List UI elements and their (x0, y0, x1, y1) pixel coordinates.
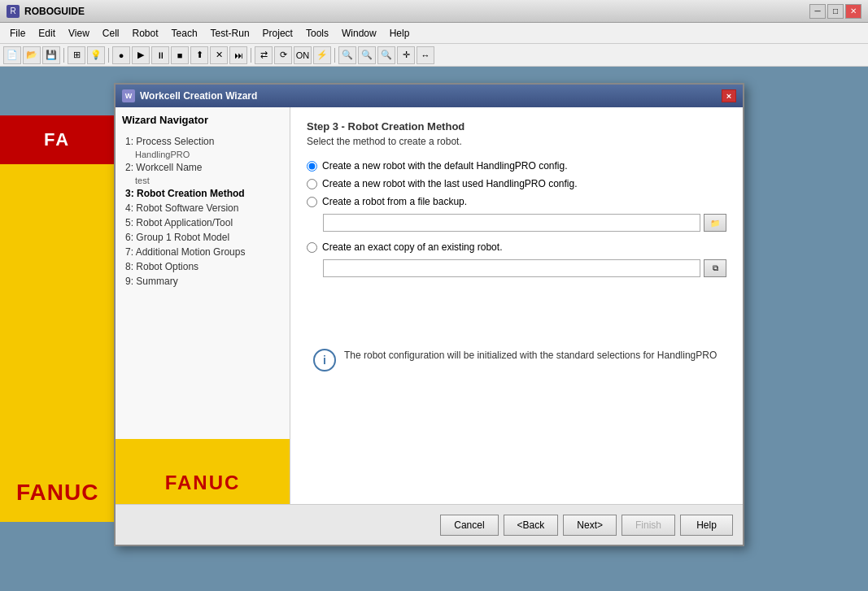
app-icon: R (7, 5, 20, 18)
wizard-nav-title: Wizard Navigator (122, 114, 283, 126)
dialog-body: Wizard Navigator 1: Process Selection Ha… (116, 107, 743, 504)
dialog-title-bar: W Workcell Creation Wizard × (116, 85, 743, 107)
radio-label-4: Create an exact copy of an existing robo… (322, 241, 502, 253)
toolbar-btn-14[interactable]: ⟳ (274, 46, 292, 64)
finish-button[interactable]: Finish (622, 515, 675, 536)
radio-option-4: Create an exact copy of an existing robo… (307, 241, 726, 253)
toolbar-btn-5[interactable]: 💡 (87, 46, 105, 64)
radio-input-1[interactable] (307, 161, 317, 172)
toolbar-separator-1 (63, 48, 64, 63)
toolbar-separator-3 (251, 48, 251, 63)
help-button[interactable]: Help (680, 515, 733, 536)
folder-icon: 📁 (710, 219, 720, 228)
radio-option-3: Create a robot from a file backup. (307, 196, 726, 207)
wizard-nav-item-5[interactable]: 5: Robot Application/Tool (122, 215, 283, 230)
fanuc-logo: FANUC (16, 480, 98, 506)
radio-option-1: Create a new robot with the default Hand… (307, 160, 726, 172)
toolbar-btn-9[interactable]: ■ (171, 46, 189, 64)
toolbar-btn-10[interactable]: ⬆ (190, 46, 208, 64)
wizard-nav-subitem-1: HandlingPRO (122, 149, 283, 160)
toolbar-btn-21[interactable]: ↔ (417, 46, 434, 64)
wizard-nav-item-3[interactable]: 3: Robot Creation Method (122, 186, 283, 201)
wizard-step-title: Step 3 - Robot Creation Method (307, 120, 726, 133)
radio-input-4[interactable] (307, 242, 317, 253)
wizard-nav-subitem-2: test (122, 175, 283, 186)
toolbar-btn-6[interactable]: ● (112, 46, 130, 64)
toolbar-btn-13[interactable]: ⇄ (255, 46, 273, 64)
file-backup-input[interactable] (323, 214, 700, 232)
dialog-title: Workcell Creation Wizard (140, 90, 257, 102)
close-button[interactable]: ✕ (845, 4, 861, 19)
browse-button-1[interactable]: 📁 (704, 214, 726, 232)
restore-button[interactable]: □ (827, 4, 844, 19)
toolbar-btn-17[interactable]: 🔍 (338, 46, 356, 64)
file-input-row-2: ⧉ (323, 259, 726, 277)
info-section: i The robot configuration will be initia… (307, 342, 726, 378)
info-icon: i (313, 349, 336, 372)
menu-cell[interactable]: Cell (96, 25, 126, 41)
toolbar-btn-8[interactable]: ⏸ (151, 46, 169, 64)
menu-test-run[interactable]: Test-Run (204, 25, 256, 41)
wizard-nav-item-9[interactable]: 9: Summary (122, 274, 283, 289)
fanuc-header-label: FA (44, 129, 70, 150)
dialog-icon: W (122, 89, 135, 102)
toolbar-btn-11[interactable]: ✕ (210, 46, 228, 64)
window-controls: ─ □ ✕ (809, 4, 861, 19)
toolbar-btn-15[interactable]: ON (294, 46, 312, 64)
menu-tools[interactable]: Tools (299, 25, 335, 41)
wizard-nav-item-7[interactable]: 7: Additional Motion Groups (122, 245, 283, 259)
menu-help[interactable]: Help (383, 25, 417, 41)
wizard-nav-item-2[interactable]: 2: Workcell Name (122, 160, 283, 175)
dialog-footer: Cancel <Back Next> Finish Help (116, 504, 743, 545)
radio-label-3: Create a robot from a file backup. (322, 196, 467, 207)
open-button[interactable]: 📂 (23, 46, 41, 64)
wizard-nav-bottom: FANUC (116, 439, 290, 504)
dialog-close-button[interactable]: × (722, 89, 736, 102)
toolbar-btn-7[interactable]: ▶ (132, 46, 150, 64)
existing-robot-input[interactable] (323, 259, 700, 277)
menu-file[interactable]: File (3, 25, 32, 41)
file-input-row-1: 📁 (323, 214, 726, 232)
radio-group: Create a new robot with the default Hand… (307, 160, 726, 277)
dialog: W Workcell Creation Wizard × Wizard Navi… (114, 83, 744, 546)
minimize-button[interactable]: ─ (809, 4, 826, 19)
wizard-content: Step 3 - Robot Creation Method Select th… (290, 107, 743, 504)
wizard-nav-item-8[interactable]: 8: Robot Options (122, 259, 283, 274)
toolbar-btn-12[interactable]: ⏭ (229, 46, 247, 64)
fanuc-logo-small: FANUC (165, 471, 241, 494)
radio-input-3[interactable] (307, 197, 317, 207)
menu-bar: File Edit View Cell Robot Teach Test-Run… (0, 23, 868, 44)
main-area: FA FANUC W Workcell Creation Wizard × Wi… (0, 67, 868, 591)
toolbar-separator-2 (108, 48, 109, 63)
browse-button-2[interactable]: ⧉ (704, 259, 726, 277)
menu-view[interactable]: View (62, 25, 96, 41)
menu-edit[interactable]: Edit (32, 25, 62, 41)
title-bar: R ROBOGUIDE ─ □ ✕ (0, 0, 868, 23)
save-button[interactable]: 💾 (42, 46, 60, 64)
new-button[interactable]: 📄 (3, 46, 21, 64)
toolbar-btn-4[interactable]: ⊞ (68, 46, 85, 64)
radio-label-2: Create a new robot with the last used Ha… (322, 178, 578, 189)
wizard-nav-item-4[interactable]: 4: Robot Software Version (122, 201, 283, 215)
menu-window[interactable]: Window (335, 25, 383, 41)
radio-option-2: Create a new robot with the last used Ha… (307, 178, 726, 189)
menu-teach[interactable]: Teach (165, 25, 204, 41)
toolbar-btn-16[interactable]: ⚡ (313, 46, 331, 64)
menu-project[interactable]: Project (256, 25, 299, 41)
radio-label-1: Create a new robot with the default Hand… (322, 160, 568, 172)
toolbar-separator-4 (334, 48, 335, 63)
wizard-step-subtitle: Select the method to create a robot. (307, 136, 726, 147)
info-text: The robot configuration will be initiali… (344, 349, 717, 363)
cancel-button[interactable]: Cancel (440, 515, 498, 536)
wizard-nav-item-6[interactable]: 6: Group 1 Robot Model (122, 230, 283, 245)
wizard-nav: Wizard Navigator 1: Process Selection Ha… (116, 107, 290, 439)
menu-robot[interactable]: Robot (126, 25, 165, 41)
radio-input-2[interactable] (307, 179, 317, 189)
toolbar-btn-19[interactable]: 🔍 (377, 46, 395, 64)
wizard-nav-item-1[interactable]: 1: Process Selection (122, 134, 283, 149)
back-button[interactable]: <Back (504, 515, 559, 536)
toolbar-btn-20[interactable]: ✛ (397, 46, 415, 64)
next-button[interactable]: Next> (563, 515, 617, 536)
toolbar-btn-18[interactable]: 🔍 (358, 46, 376, 64)
wizard-navigator-panel: Wizard Navigator 1: Process Selection Ha… (116, 107, 290, 504)
